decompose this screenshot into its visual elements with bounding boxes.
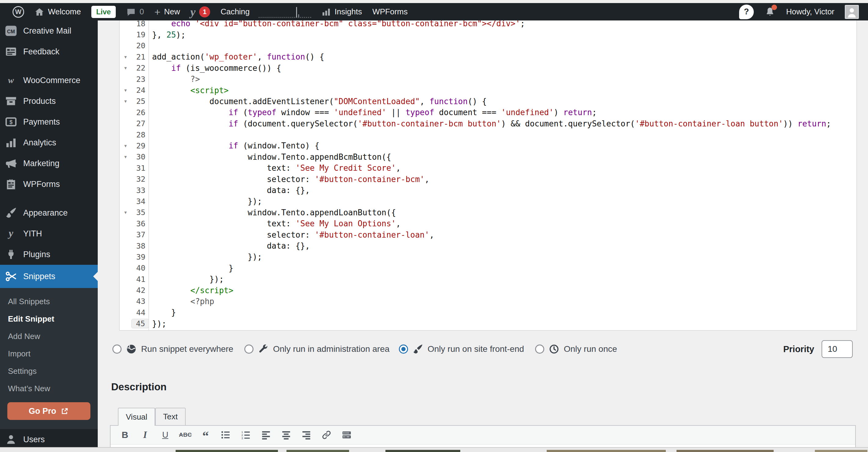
content-image-sliver-5 [815, 450, 867, 452]
line-number: 33 [131, 186, 149, 195]
tab-visual[interactable]: Visual [118, 408, 155, 426]
code-line-20[interactable]: 20 [120, 40, 857, 51]
sidebar-item-wpforms[interactable]: WPForms [0, 174, 98, 194]
code-line-44[interactable]: 44 } [120, 307, 857, 318]
line-number: 35 [131, 208, 149, 217]
plug-icon [5, 248, 17, 261]
yoast-seo-menu[interactable]: y 1 [185, 3, 215, 21]
code-line-41[interactable]: 41 }); [120, 274, 857, 284]
code-line-38[interactable]: 38 data: {}, [120, 240, 857, 251]
code-line-37[interactable]: 37 selector: '#button-container-loan', [120, 229, 857, 240]
content-image-sliver-4 [677, 450, 774, 452]
code-line-24[interactable]: ▾24 <script> [120, 85, 857, 96]
code-line-26[interactable]: 26 if (typeof window === 'undefined' || … [120, 107, 857, 118]
wordpress-menu[interactable]: W [7, 3, 29, 21]
code-line-25[interactable]: ▾25 document.addEventListener("DOMConten… [120, 96, 857, 107]
tab-text[interactable]: Text [155, 408, 186, 426]
scope-option-3[interactable]: Only run once [535, 340, 617, 359]
link-button[interactable] [318, 428, 335, 442]
align-left-button[interactable] [257, 428, 275, 442]
priority-input[interactable] [822, 340, 853, 358]
new-content-menu[interactable]: + New [149, 3, 185, 21]
sidebar-item-appearance[interactable]: Appearance [0, 203, 98, 223]
strikethrough-button[interactable]: ABC [177, 428, 194, 442]
fold-arrow-icon[interactable]: ▾ [120, 154, 131, 160]
sidebar-item-plugins[interactable]: Plugins [0, 244, 98, 265]
code-line-34[interactable]: 34 }); [120, 196, 857, 207]
submenu-item-import[interactable]: Import [0, 345, 98, 363]
fold-arrow-icon[interactable]: ▾ [120, 143, 131, 149]
caching-menu[interactable]: Caching [215, 3, 255, 21]
code-line-32[interactable]: 32 selector: '#button-container-bcm', [120, 174, 857, 184]
sidebar-item-woocommerce[interactable]: wWooCommerce [0, 70, 98, 91]
go-pro-button[interactable]: Go Pro [7, 402, 90, 420]
radio-unselected[interactable] [244, 344, 253, 354]
code-line-43[interactable]: 43 <?php [120, 296, 857, 307]
sidebar-item-analytics[interactable]: Analytics [0, 132, 98, 153]
code-line-22[interactable]: ▾22 if (is_woocommerce()) { [120, 63, 857, 73]
code-line-28[interactable]: 28 [120, 129, 857, 140]
code-line-21[interactable]: ▾21add_action('wp_footer', function() { [120, 51, 857, 62]
wpforms-adminbar-menu[interactable]: WPForms [367, 3, 413, 21]
site-home-link[interactable]: Welcome [29, 3, 86, 21]
scope-option-2[interactable]: Only run on site front-end [399, 340, 524, 359]
radio-selected[interactable] [399, 344, 408, 354]
fold-arrow-icon[interactable]: ▾ [120, 98, 131, 104]
line-number: 19 [131, 30, 149, 39]
sidebar-item-payments[interactable]: $Payments [0, 112, 98, 132]
submenu-item-add-new[interactable]: Add New [0, 328, 98, 345]
submenu-item-edit-snippet[interactable]: Edit Snippet [0, 310, 98, 328]
code-line-40[interactable]: 40 } [120, 263, 857, 274]
help-button[interactable]: ? [739, 5, 754, 19]
blockquote-button[interactable]: “ [197, 428, 214, 442]
align-right-button[interactable] [298, 428, 315, 442]
radio-unselected[interactable] [535, 344, 544, 354]
code-line-39[interactable]: 39 }); [120, 251, 857, 262]
submenu-item-whats-new[interactable]: What’s New [0, 380, 98, 397]
snippet-code-editor[interactable]: 18 echo '<div id="button-container-bcm" … [119, 21, 857, 331]
scope-option-0[interactable]: Run snippet everywhere [113, 340, 233, 359]
code-line-19[interactable]: 19}, 25); [120, 29, 857, 40]
comments-link[interactable]: 0 [121, 3, 149, 21]
live-status[interactable]: Live [86, 3, 121, 21]
go-pro-label: Go Pro [29, 406, 56, 416]
align-center-button[interactable] [277, 428, 295, 442]
code-line-45[interactable]: 45}); [120, 318, 857, 329]
scope-option-1[interactable]: Only run in administration area [244, 340, 390, 359]
code-line-36[interactable]: 36 text: 'See My Loan Options', [120, 218, 857, 229]
line-number: 21 [131, 53, 149, 61]
user-avatar[interactable] [845, 5, 859, 19]
sidebar-item-creative-mail[interactable]: CMCreative Mail [0, 21, 98, 41]
sidebar-item-products[interactable]: Products [0, 91, 98, 112]
submenu-item-all-snippets[interactable]: All Snippets [0, 293, 98, 310]
code-line-18[interactable]: 18 echo '<div id="button-container-bcm" … [120, 21, 857, 29]
howdy-greeting[interactable]: Howdy, Victor [786, 7, 834, 17]
code-line-30[interactable]: ▾30 window.Tento.appendBcmButton({ [120, 151, 857, 162]
fold-arrow-icon[interactable]: ▾ [120, 54, 131, 60]
sidebar-item-feedback[interactable]: Feedback [0, 41, 98, 62]
sidebar-item-marketing[interactable]: Marketing [0, 153, 98, 174]
bulleted-list-button[interactable] [217, 428, 235, 442]
code-line-27[interactable]: 27 if (document.querySelector('#button-c… [120, 118, 857, 129]
code-line-31[interactable]: 31 text: 'See My Credit Score', [120, 162, 857, 174]
notifications-button[interactable] [764, 6, 776, 18]
toolbar-toggle-button[interactable] [338, 428, 355, 442]
submenu-item-settings[interactable]: Settings [0, 363, 98, 380]
code-line-35[interactable]: ▾35 window.Tento.appendLoanButton({ [120, 207, 857, 218]
sidebar-item-snippets[interactable]: Snippets [0, 265, 98, 288]
sidebar-item-yith[interactable]: yYITH [0, 223, 98, 244]
numbered-list-button[interactable]: 123 [237, 428, 255, 442]
insights-menu[interactable]: Insights [316, 3, 367, 21]
fold-arrow-icon[interactable]: ▾ [120, 65, 131, 71]
fold-arrow-icon[interactable]: ▾ [120, 87, 131, 93]
underline-button[interactable]: U [156, 428, 174, 442]
fold-arrow-icon[interactable]: ▾ [120, 210, 131, 215]
code-line-23[interactable]: 23 ?> [120, 73, 857, 85]
bold-button[interactable]: B [116, 428, 134, 442]
code-line-33[interactable]: 33 data: {}, [120, 185, 857, 196]
sidebar-item-users[interactable]: Users [0, 429, 98, 447]
code-line-29[interactable]: ▾29 if (window.Tento) { [120, 140, 857, 151]
code-line-42[interactable]: 42 </script> [120, 284, 857, 296]
radio-unselected[interactable] [113, 344, 122, 354]
italic-button[interactable]: I [136, 428, 154, 442]
